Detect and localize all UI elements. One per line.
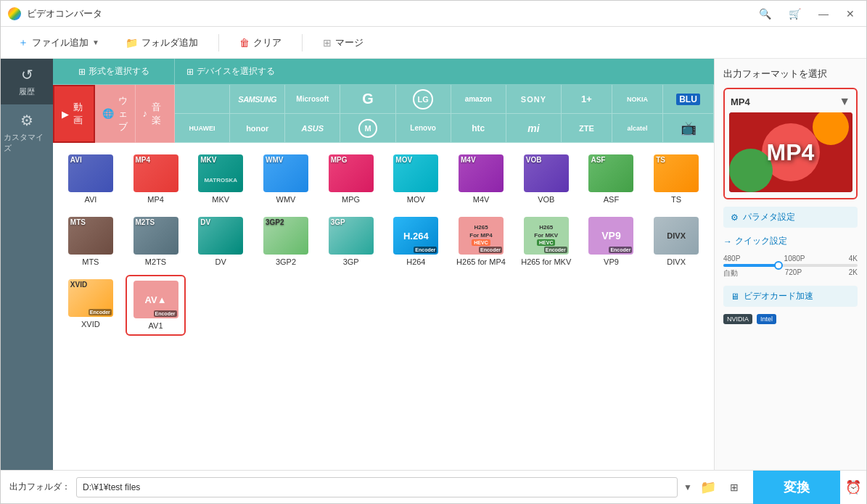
- brand-amazon[interactable]: amazon: [451, 85, 506, 114]
- format-dropdown-arrow[interactable]: ▼: [839, 95, 850, 108]
- format-m2ts[interactable]: M2TS M2TS: [126, 212, 186, 270]
- add-folder-button[interactable]: 📁 フォルダ追加: [120, 33, 204, 52]
- brands-area: ⊞ デバイスを選択する SAMSUNG Microsoft G LG amazo…: [175, 59, 562, 143]
- format-divx[interactable]: DIVX DIVX: [646, 212, 707, 270]
- format-h265mp4[interactable]: H265For MP4HEVC Encoder H265 for MP4: [451, 212, 511, 270]
- add-file-button[interactable]: ＋ ファイル追加 ▼: [12, 33, 105, 52]
- convert-button[interactable]: 変換: [753, 471, 840, 504]
- brand-sony[interactable]: SONY: [506, 85, 562, 114]
- alarm-button[interactable]: ⏰: [840, 471, 866, 504]
- quality-track[interactable]: [723, 264, 858, 267]
- gpu-accel-button[interactable]: 🖥 ビデオカード加速: [723, 286, 858, 307]
- brands-grid: SAMSUNG Microsoft G LG amazon SONY HUAWE…: [175, 85, 562, 143]
- quality-slider[interactable]: 480P 1080P 4K 自動 720P 2K: [723, 255, 858, 278]
- wmv-thumb: WMV: [263, 154, 308, 192]
- separator2: [302, 34, 303, 51]
- format-m4v[interactable]: M4V M4V: [451, 150, 511, 208]
- format-ts[interactable]: TS TS: [646, 150, 707, 208]
- 3gp2-thumb: 3GP2: [263, 217, 308, 255]
- alcatel-label: alcatel: [627, 125, 647, 132]
- right-panel: 出力フォーマットを選択 MP4 ▼ MP4 ⚙ パラメタ設定 →: [714, 59, 866, 470]
- brand-apple[interactable]: [175, 85, 230, 114]
- lg-label: LG: [413, 89, 433, 110]
- search-icon[interactable]: 🔍: [755, 7, 776, 21]
- minimize-button[interactable]: —: [814, 7, 833, 21]
- clear-label: クリア: [253, 36, 282, 49]
- format-vp9[interactable]: VP9 Encoder VP9: [581, 212, 642, 270]
- m2ts-thumb: M2TS: [133, 217, 178, 255]
- sidebar: ↺ 履歴 ⚙ カスタマイズ: [1, 59, 53, 470]
- samsung-label: SAMSUNG: [238, 95, 276, 104]
- quick-settings-label: → クイック設定: [723, 235, 858, 247]
- sidebar-history-label: 履歴: [19, 86, 35, 97]
- format-av1[interactable]: AV▲ Encoder AV1: [126, 275, 186, 336]
- format-mp4[interactable]: MP4 MP4: [126, 150, 186, 208]
- quick-settings-text: クイック設定: [735, 235, 787, 247]
- format-avi[interactable]: AVI AVI: [60, 150, 121, 208]
- brand-lenovo[interactable]: Lenovo: [396, 114, 451, 143]
- cart-icon[interactable]: 🛒: [784, 7, 805, 21]
- format-mkv[interactable]: MKV MATROSKA MKV: [190, 150, 251, 208]
- brand-zte[interactable]: ZTE: [562, 114, 612, 143]
- device-tab[interactable]: ⊞ デバイスを選択する: [175, 59, 562, 85]
- brand-microsoft[interactable]: Microsoft: [285, 85, 340, 114]
- right-panel-title: 出力フォーマットを選択: [723, 67, 858, 80]
- format-mpg[interactable]: MPG MPG: [321, 150, 382, 208]
- close-button[interactable]: ✕: [842, 7, 859, 21]
- brand-samsung[interactable]: SAMSUNG: [230, 85, 285, 114]
- brand-huawei[interactable]: HUAWEI: [175, 114, 230, 143]
- format-dv[interactable]: DV DV: [190, 212, 251, 270]
- sidebar-item-customize[interactable]: ⚙ カスタマイズ: [1, 104, 53, 161]
- h265mkv-label: H265 for MKV: [521, 257, 571, 266]
- format-h265mkv[interactable]: H265For MKVHEVC Encoder H265 for MKV: [516, 212, 577, 270]
- divx-label: DIVX: [667, 257, 686, 266]
- brand-oneplus[interactable]: 1+: [562, 85, 612, 114]
- format-mts[interactable]: MTS MTS: [60, 212, 121, 270]
- cat-audio-label: 音楽: [152, 101, 167, 127]
- brand-google[interactable]: G: [340, 85, 395, 114]
- output-path-input[interactable]: [76, 477, 678, 497]
- center-panel: ⊞ 形式を選択する ▶ 動画 🌐 ウェブ: [53, 59, 714, 470]
- mts-thumb: MTS: [68, 217, 113, 255]
- brand-lg[interactable]: LG: [396, 85, 451, 114]
- format-tab[interactable]: ⊞ 形式を選択する: [53, 59, 175, 84]
- brand-asus[interactable]: ASUS: [285, 114, 340, 143]
- brand-htc[interactable]: htc: [451, 114, 506, 143]
- format-3gp[interactable]: 3GP 3GP: [321, 212, 382, 270]
- format-asf[interactable]: ASF ASF: [581, 150, 642, 208]
- brand-motorola[interactable]: M: [340, 114, 395, 143]
- cat-web[interactable]: 🌐 ウェブ: [95, 85, 136, 143]
- dropdown-arrow-icon[interactable]: ▼: [683, 482, 692, 492]
- asus-label: ASUS: [302, 124, 324, 133]
- brand-mi[interactable]: mi: [506, 114, 562, 143]
- format-vob[interactable]: VOB VOB: [516, 150, 577, 208]
- htc-label: htc: [472, 123, 485, 133]
- format-mov[interactable]: MOV MOV: [385, 150, 446, 208]
- ts-thumb: TS: [654, 154, 699, 192]
- format-grid: AVI AVI MP4 MP4 MKV: [60, 150, 707, 336]
- clear-button[interactable]: 🗑 クリア: [234, 33, 287, 52]
- format-wmv[interactable]: WMV WMV: [255, 150, 316, 208]
- param-settings-button[interactable]: ⚙ パラメタ設定: [723, 207, 858, 228]
- wmv-label: WMV: [276, 195, 296, 204]
- browse-folder-button[interactable]: 📁: [698, 477, 718, 497]
- title-bar-left: ビデオコンバータ: [8, 7, 102, 20]
- brand-tv[interactable]: 📺: [663, 114, 714, 143]
- m4v-thumb: M4V: [459, 154, 504, 192]
- cat-audio[interactable]: ♪ 音楽: [136, 85, 176, 143]
- brand-nokia[interactable]: NOKIA: [612, 85, 663, 114]
- quality-fill: [723, 264, 777, 267]
- brand-alcatel[interactable]: alcatel: [612, 114, 663, 143]
- brand-blu[interactable]: BLU: [663, 85, 714, 114]
- cat-video[interactable]: ▶ 動画: [53, 85, 95, 143]
- open-folder-button[interactable]: ⊞: [724, 477, 744, 497]
- format-xvid[interactable]: XVID Encoder XVID: [60, 275, 121, 336]
- merge-button[interactable]: ⊞ マージ: [317, 33, 369, 52]
- format-3gp2[interactable]: 3GP2 3GP2: [255, 212, 316, 270]
- brand-honor[interactable]: honor: [230, 114, 285, 143]
- format-h264[interactable]: H.264 Encoder H264: [385, 212, 446, 270]
- sidebar-item-history[interactable]: ↺ 履歴: [1, 59, 53, 104]
- toolbar: ＋ ファイル追加 ▼ 📁 フォルダ追加 🗑 クリア ⊞ マージ: [1, 27, 866, 59]
- categories-row: ▶ 動画 🌐 ウェブ ♪ 音楽: [53, 85, 175, 143]
- mp4-label: MP4: [147, 195, 164, 204]
